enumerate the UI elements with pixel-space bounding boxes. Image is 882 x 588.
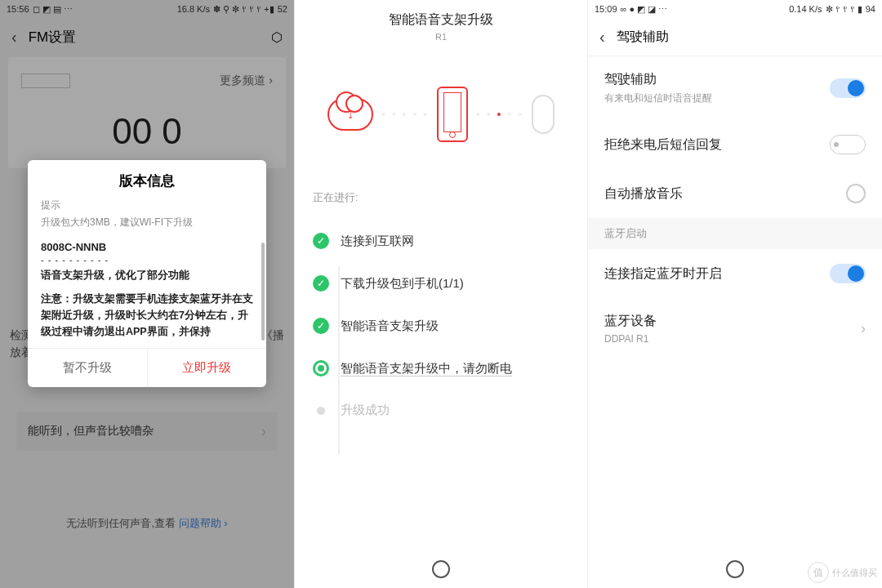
row-label: 自动播放音乐 [604, 185, 683, 203]
home-button[interactable] [432, 560, 450, 578]
upgrade-now-button[interactable]: 立即升级 [148, 349, 267, 387]
home-button[interactable] [726, 560, 744, 578]
step-row: ✓ 连接到互联网 [313, 220, 569, 262]
back-icon[interactable]: ‹ [599, 28, 605, 47]
page-subtitle: R1 [295, 32, 587, 42]
upgrade-diagram: ↓ • • • • • • • • • • [295, 61, 587, 167]
bt-connect-row[interactable]: 连接指定蓝牙时开启 [588, 249, 882, 298]
status-time: 15:09 [595, 4, 617, 14]
step-label: 下载升级包到手机(1/1) [341, 276, 464, 292]
modal-pkg: 升级包大约3MB，建议WI-FI下升级 [41, 216, 253, 229]
progress-label: 正在进行: [313, 190, 569, 205]
step-label: 连接到互联网 [341, 234, 414, 249]
phone-icon [437, 87, 468, 142]
radio-off[interactable] [846, 184, 866, 203]
step-label: 智能语音支架升级中，请勿断电 [341, 361, 512, 376]
progress-dot-icon [313, 360, 329, 376]
step-row: ✓ 智能语音支架升级 [313, 305, 569, 347]
chevron-right-icon: › [861, 320, 866, 337]
step-row: 升级成功 [313, 390, 569, 431]
status-icons-right: ✼ ⫯ ⫯ ⫯ ▮ [826, 4, 862, 15]
dots-icon: • • • • • [476, 108, 523, 121]
status-icons-left: ∞ ● ◩ ◪ ⋯ [621, 4, 668, 15]
check-icon: ✓ [313, 318, 329, 334]
step-label: 升级成功 [341, 403, 390, 418]
modal-dashes: - - - - - - - - - - [41, 255, 253, 265]
pending-dot-icon [317, 407, 325, 415]
modal-title: 版本信息 [28, 160, 266, 198]
bt-device-row[interactable]: 蓝牙设备 DDPAI R1 › [588, 298, 882, 359]
modal-desc: 语音支架升级，优化了部分功能 [41, 268, 253, 283]
assist-row[interactable]: 驾驶辅助 有来电和短信时语音提醒 [588, 56, 882, 120]
row-label: 拒绝来电后短信回复 [604, 136, 722, 154]
status-net: 0.14 K/s [789, 4, 822, 14]
page-title: 驾驶辅助 [617, 29, 669, 46]
row-label: 连接指定蓝牙时开启 [604, 265, 722, 283]
row-label: 驾驶辅助 [604, 71, 712, 88]
check-icon: ✓ [313, 275, 329, 292]
dots-icon: • • • • • [381, 108, 429, 121]
modal-hint: 提示 [41, 198, 253, 212]
toggle-on[interactable] [830, 78, 866, 98]
scrollbar[interactable] [261, 243, 265, 341]
autoplay-row[interactable]: 自动播放音乐 [588, 169, 882, 218]
toggle-on[interactable] [830, 264, 866, 283]
status-batt: 94 [866, 4, 875, 14]
row-sublabel: DDPAI R1 [604, 333, 657, 345]
step-row: ✓ 下载升级包到手机(1/1) [313, 262, 569, 305]
later-button[interactable]: 暂不升级 [28, 349, 148, 387]
row-sublabel: 有来电和短信时语音提醒 [604, 91, 712, 105]
page-title: 智能语音支架升级 [295, 11, 587, 29]
bt-section-header: 蓝牙启动 [588, 218, 882, 249]
step-row: 智能语音支架升级中，请勿断电 [313, 347, 569, 390]
modal-warn: 注意：升级支架需要手机连接支架蓝牙并在支架附近升级，升级时长大约在7分钟左右，升… [41, 291, 253, 340]
toggle-off[interactable] [830, 135, 866, 154]
modal-vcode: 8008C-NNNB [41, 241, 253, 253]
check-icon: ✓ [313, 233, 329, 249]
step-label: 智能语音支架升级 [341, 318, 439, 334]
row-label: 蓝牙设备 [604, 313, 657, 330]
version-modal: 版本信息 提示 升级包大约3MB，建议WI-FI下升级 8008C-NNNB -… [28, 160, 266, 387]
watermark: 值 什么值得买 [808, 562, 877, 583]
reject-row[interactable]: 拒绝来电后短信回复 [588, 120, 882, 169]
device-icon [532, 95, 555, 134]
cloud-icon: ↓ [327, 98, 373, 131]
